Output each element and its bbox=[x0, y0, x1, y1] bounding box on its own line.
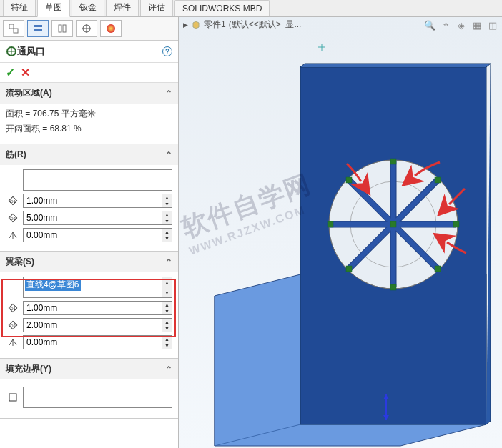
svg-rect-5 bbox=[63, 25, 66, 32]
chevron-up-icon: ⌃ bbox=[165, 257, 172, 267]
section-rib-label: 筋(R) bbox=[6, 149, 26, 161]
spin-down[interactable]: ▼ bbox=[162, 235, 172, 242]
highlight-annotation bbox=[1, 279, 176, 337]
tab-sketch[interactable]: 草图 bbox=[37, 0, 70, 17]
rib-d1-input[interactable] bbox=[24, 194, 162, 207]
spin-up[interactable]: ▲ bbox=[162, 194, 172, 201]
svg-rect-37 bbox=[328, 221, 333, 227]
section-fill-header[interactable]: 填充边界(Y) ⌃ bbox=[0, 359, 178, 379]
section-spar-label: 翼梁(S) bbox=[6, 256, 34, 268]
spin-down[interactable]: ▼ bbox=[162, 201, 172, 207]
view-orient-icon[interactable]: ◈ bbox=[455, 19, 468, 31]
tab-mbd[interactable]: SOLIDWORKS MBD bbox=[174, 0, 270, 16]
svg-rect-4 bbox=[59, 25, 61, 32]
tab-weldment[interactable]: 焊件 bbox=[106, 0, 139, 16]
rib-selection-list[interactable] bbox=[23, 169, 172, 191]
zoom-area-icon[interactable]: ⌖ bbox=[439, 19, 452, 31]
dimension-d1-icon: D1 bbox=[6, 196, 20, 206]
rib-d3-input[interactable] bbox=[24, 229, 162, 242]
panel-tab-appearance[interactable] bbox=[100, 20, 122, 37]
svg-text:D1: D1 bbox=[10, 199, 16, 204]
chevron-up-icon: ⌃ bbox=[165, 89, 172, 99]
rib-d2-input[interactable] bbox=[24, 211, 162, 224]
spin-down[interactable]: ▼ bbox=[162, 342, 172, 349]
breadcrumb-part[interactable]: 零件1 bbox=[204, 19, 226, 31]
panel-tab-bar bbox=[0, 17, 178, 41]
spin-down[interactable]: ▼ bbox=[162, 218, 172, 224]
svg-rect-0 bbox=[9, 24, 14, 29]
panel-tab-property[interactable] bbox=[27, 20, 49, 37]
section-flow-header[interactable]: 流动区域(A) ⌃ bbox=[0, 83, 178, 104]
rib-d3-spinner[interactable]: ▲▼ bbox=[23, 228, 172, 242]
section-rib-header[interactable]: 筋(R) ⌃ bbox=[0, 144, 178, 165]
feature-title: 通风口 bbox=[17, 45, 162, 58]
help-icon[interactable]: ? bbox=[162, 46, 172, 56]
panel-tab-feature-tree[interactable] bbox=[3, 20, 24, 37]
dimension-d2-icon: D2 bbox=[6, 213, 20, 223]
part-icon bbox=[191, 20, 201, 30]
svg-rect-39 bbox=[346, 177, 352, 183]
offset-arrow-icon bbox=[6, 337, 20, 347]
svg-rect-1 bbox=[14, 29, 18, 33]
ribbon-tab-bar: 特征 草图 钣金 焊件 评估 SOLIDWORKS MBD bbox=[0, 0, 502, 17]
spin-up[interactable]: ▲ bbox=[162, 229, 172, 235]
fill-selection-list[interactable] bbox=[23, 387, 172, 408]
section-flow-label: 流动区域(A) bbox=[6, 87, 52, 99]
property-manager-panel: 通风口 ? ✓ ✕ 流动区域(A) ⌃ 面积 = 706.75 平方毫米 开阔面… bbox=[0, 17, 179, 448]
svg-rect-35 bbox=[390, 159, 396, 164]
view-toolbar: 🔍 ⌖ ◈ ▦ ◫ bbox=[423, 19, 499, 31]
cancel-button[interactable]: ✕ bbox=[21, 66, 30, 79]
svg-rect-41 bbox=[346, 266, 352, 272]
panel-tab-dim[interactable] bbox=[76, 20, 97, 37]
graphics-viewport[interactable]: ▶ 零件1 (默认<<默认>_显... 🔍 ⌖ ◈ ▦ ◫ bbox=[179, 17, 502, 448]
chevron-up-icon: ⌃ bbox=[165, 364, 172, 374]
breadcrumb[interactable]: ▶ 零件1 (默认<<默认>_显... bbox=[183, 19, 301, 31]
tab-feature[interactable]: 特征 bbox=[3, 0, 36, 16]
svg-text:D2: D2 bbox=[10, 216, 16, 221]
tab-evaluate[interactable]: 评估 bbox=[140, 0, 173, 16]
open-area-label: 开阔面积 = bbox=[6, 124, 47, 134]
chevron-up-icon: ⌃ bbox=[165, 150, 172, 160]
svg-rect-42 bbox=[435, 177, 441, 183]
section-fill-boundary: 填充边界(Y) ⌃ bbox=[0, 359, 178, 419]
section-view-icon[interactable]: ◫ bbox=[486, 19, 499, 31]
display-style-icon[interactable]: ▦ bbox=[471, 19, 483, 31]
svg-rect-2 bbox=[34, 25, 42, 27]
spin-up[interactable]: ▲ bbox=[162, 211, 172, 218]
spar-d3-input[interactable] bbox=[24, 336, 162, 349]
area-value: 706.75 平方毫米 bbox=[33, 109, 96, 119]
model-geometry[interactable] bbox=[193, 39, 501, 448]
svg-rect-23 bbox=[9, 394, 16, 401]
spar-d3-spinner[interactable]: ▲▼ bbox=[23, 335, 172, 349]
area-label: 面积 = bbox=[6, 109, 30, 119]
breadcrumb-state[interactable]: (默认<<默认>_显... bbox=[229, 19, 302, 31]
section-flow-area: 流动区域(A) ⌃ 面积 = 706.75 平方毫米 开阔面积 = 68.81 … bbox=[0, 83, 178, 144]
zoom-fit-icon[interactable]: 🔍 bbox=[423, 19, 436, 31]
svg-rect-43 bbox=[390, 221, 396, 227]
rib-d1-spinner[interactable]: ▲▼ bbox=[23, 194, 172, 208]
svg-point-9 bbox=[107, 24, 115, 33]
open-area-value: 68.81 % bbox=[50, 124, 82, 134]
tab-sheetmetal[interactable]: 钣金 bbox=[72, 0, 104, 16]
svg-rect-3 bbox=[34, 29, 42, 31]
fill-sketch-icon bbox=[6, 392, 20, 402]
section-spar-header[interactable]: 翼梁(S) ⌃ bbox=[0, 252, 178, 272]
breadcrumb-expand-icon[interactable]: ▶ bbox=[183, 21, 188, 29]
svg-rect-38 bbox=[453, 221, 459, 227]
section-fill-label: 填充边界(Y) bbox=[6, 363, 51, 375]
svg-rect-40 bbox=[435, 266, 441, 272]
panel-tab-config[interactable] bbox=[51, 20, 73, 37]
offset-arrow-icon bbox=[6, 230, 20, 240]
vent-feature-icon bbox=[6, 46, 17, 57]
rib-d2-spinner[interactable]: ▲▼ bbox=[23, 211, 172, 225]
ok-button[interactable]: ✓ bbox=[6, 66, 15, 79]
section-rib: 筋(R) ⌃ D1 ▲▼ D2 ▲▼ ▲▼ bbox=[0, 144, 178, 252]
svg-rect-36 bbox=[390, 284, 396, 290]
